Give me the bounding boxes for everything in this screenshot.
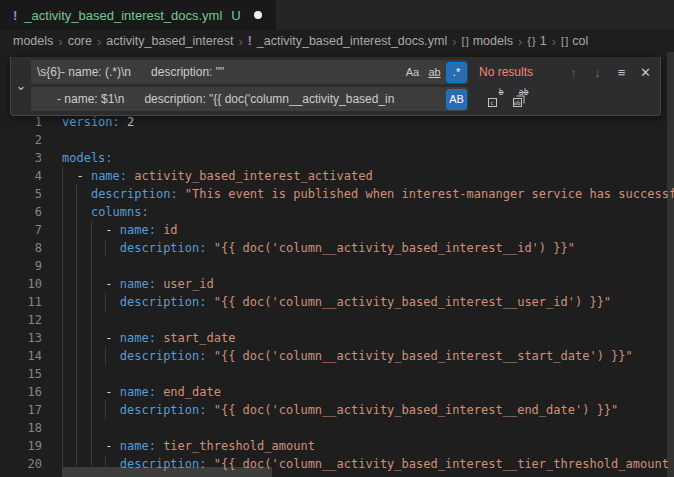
- breadcrumb-item-activity_based_interest[interactable]: activity_based_interest: [106, 34, 233, 48]
- preserve-case-button[interactable]: AB: [446, 89, 467, 110]
- indent-guide: [76, 383, 77, 401]
- line-number: 15: [0, 365, 42, 383]
- breadcrumb-item-models[interactable]: [ ]models: [462, 34, 513, 48]
- breadcrumb-label: core: [68, 34, 92, 48]
- indent-guide: [62, 329, 63, 347]
- code-line: 6 columns:: [0, 203, 674, 221]
- indent-guide: [76, 257, 77, 275]
- code-line: 14 description: "{{ doc('column__activit…: [0, 347, 674, 365]
- replace-row: - name: $1\n description: "{{ doc('colum…: [31, 87, 656, 111]
- code-line: 8 description: "{{ doc('column__activity…: [0, 239, 674, 257]
- code-line-text[interactable]: - name: user_id: [62, 275, 674, 293]
- find-query-text: \s{6}- name: (.*)\n description: "": [31, 65, 402, 79]
- line-number: 8: [0, 239, 42, 257]
- breadcrumb-item-models[interactable]: models: [13, 34, 53, 48]
- code-line-text[interactable]: description: "{{ doc('column__activity_b…: [62, 455, 674, 473]
- code-line: 9: [0, 257, 674, 275]
- code-line: 2: [0, 131, 674, 149]
- indent-guide: [62, 401, 63, 419]
- line-number: 7: [0, 221, 42, 239]
- code-line-text[interactable]: - name: end_date: [62, 383, 674, 401]
- indent-guide: [76, 275, 77, 293]
- whole-word-button[interactable]: ab: [424, 62, 445, 83]
- code-line-text[interactable]: [62, 419, 674, 437]
- breadcrumb-separator-icon: ›: [552, 34, 556, 49]
- code-line-text[interactable]: [62, 311, 674, 329]
- code-line-text[interactable]: description: "{{ doc('column__activity_b…: [62, 347, 674, 365]
- indent-guide: [91, 455, 92, 473]
- close-find-widget-button[interactable]: ✕: [635, 62, 656, 83]
- code-line-text[interactable]: - name: tier_threshold_amount: [62, 437, 674, 455]
- breadcrumb-item-1[interactable]: { }1: [527, 34, 546, 48]
- find-in-selection-button[interactable]: ≡: [611, 62, 632, 83]
- line-number: 3: [0, 149, 42, 167]
- code-line: 20 description: "{{ doc('column__activit…: [0, 455, 674, 473]
- breadcrumb-item-col[interactable]: [ ]col: [561, 34, 588, 48]
- indent-guide: [105, 293, 106, 311]
- code-line: 12: [0, 311, 674, 329]
- code-line-text[interactable]: - name: activity_based_interest_activate…: [62, 167, 674, 185]
- replace-input[interactable]: - name: $1\n description: "{{ doc('colum…: [31, 87, 468, 111]
- code-line: 10 - name: user_id: [0, 275, 674, 293]
- match-case-button[interactable]: Aa: [402, 62, 423, 83]
- code-line-text[interactable]: columns:: [62, 203, 674, 221]
- code-line-text[interactable]: - name: start_date: [62, 329, 674, 347]
- code-line-text[interactable]: description: "{{ doc('column__activity_b…: [62, 239, 674, 257]
- replace-all-button[interactable]: ab ab: [510, 89, 531, 110]
- toggle-replace-button[interactable]: ⌄: [11, 60, 31, 111]
- indent-guide: [62, 437, 63, 455]
- indent-guide: [76, 221, 77, 239]
- code-line-text[interactable]: [62, 365, 674, 383]
- indent-guide: [91, 275, 92, 293]
- replace-button[interactable]: b c: [485, 89, 506, 110]
- indent-guide: [76, 437, 77, 455]
- replace-all-icon: ab ab: [513, 91, 529, 107]
- indent-guide: [76, 203, 77, 221]
- arrow-down-icon: ↓: [594, 65, 601, 80]
- line-number: 16: [0, 383, 42, 401]
- indent-guide: [105, 239, 106, 257]
- indent-guide: [105, 455, 106, 473]
- line-number: 4: [0, 167, 42, 185]
- code-line-text[interactable]: - name: id: [62, 221, 674, 239]
- modified-dot-icon[interactable]: [254, 11, 262, 19]
- replace-all-icon-top: ab: [519, 88, 529, 97]
- indent-guide: [76, 347, 77, 365]
- indent-guide: [62, 185, 63, 203]
- code-line-text[interactable]: [62, 131, 674, 149]
- breadcrumb-item-core[interactable]: core: [68, 34, 92, 48]
- code-line-text[interactable]: description: "This event is published wh…: [62, 185, 674, 203]
- line-number: 5: [0, 185, 42, 203]
- code-line-text[interactable]: description: "{{ doc('column__activity_b…: [62, 293, 674, 311]
- breadcrumb-item-_activity_based_interest_docs.yml[interactable]: !_activity_based_interest_docs.yml: [248, 34, 447, 48]
- indent-guide: [105, 401, 106, 419]
- line-number: 20: [0, 455, 42, 473]
- indent-guide: [62, 257, 63, 275]
- find-input[interactable]: \s{6}- name: (.*)\n description: "" Aa a…: [31, 60, 468, 84]
- indent-guide: [62, 239, 63, 257]
- find-results-status: No results: [479, 65, 533, 79]
- indent-guide: [76, 455, 77, 473]
- tab-active-file[interactable]: ! _activity_based_interest_docs.yml U: [0, 0, 276, 30]
- whole-word-label: ab: [428, 66, 440, 78]
- yaml-file-icon: !: [13, 8, 17, 23]
- breadcrumb-separator-icon: ›: [238, 34, 242, 49]
- previous-match-button[interactable]: ↑: [563, 62, 584, 83]
- regex-button[interactable]: .*: [446, 62, 467, 83]
- code-line: 4 - name: activity_based_interest_activa…: [0, 167, 674, 185]
- code-line-text[interactable]: description: "{{ doc('column__activity_b…: [62, 401, 674, 419]
- line-number: 14: [0, 347, 42, 365]
- indent-guide: [91, 239, 92, 257]
- indent-guide: [62, 203, 63, 221]
- breadcrumb-separator-icon: ›: [97, 34, 101, 49]
- editor[interactable]: ⌄ \s{6}- name: (.*)\n description: "" Aa…: [0, 52, 674, 477]
- code-line-text[interactable]: [62, 257, 674, 275]
- line-number: 18: [0, 419, 42, 437]
- replace-all-icon-box: ab: [513, 98, 522, 107]
- line-number: 12: [0, 311, 42, 329]
- next-match-button[interactable]: ↓: [587, 62, 608, 83]
- code-line-text[interactable]: models:: [62, 149, 674, 167]
- indent-guide: [62, 455, 63, 473]
- code-area[interactable]: 1version: 223models:4 - name: activity_b…: [0, 113, 674, 473]
- indent-guide: [91, 347, 92, 365]
